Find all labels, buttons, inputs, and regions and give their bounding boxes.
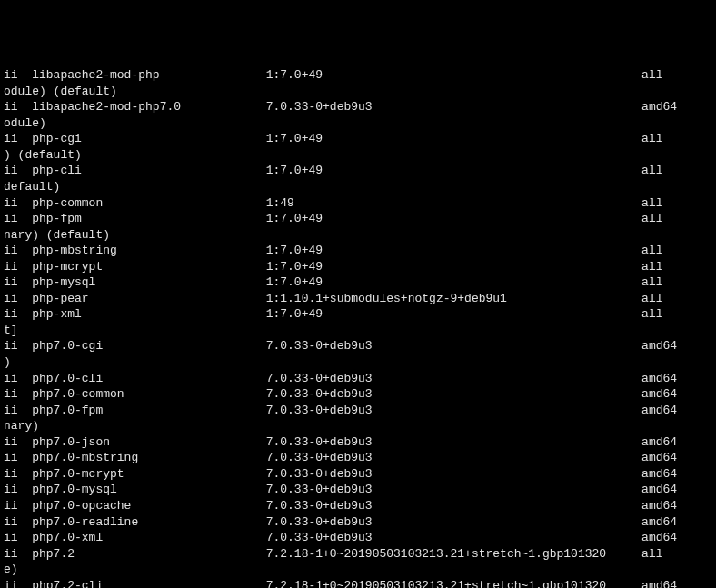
package-line: ii php7.0-fpm 7.0.33-0+deb9u3 amd64 xyxy=(4,403,716,419)
package-line: ii php7.0-cli 7.0.33-0+deb9u3 amd64 xyxy=(4,371,716,387)
package-line: ii php-xml 1:7.0+49 all xyxy=(4,306,716,323)
package-line: ii php7.0-readline 7.0.33-0+deb9u3 amd64 xyxy=(4,514,716,531)
package-line: ii php7.2-cli 7.2.18-1+0~20190503103213.… xyxy=(4,578,716,588)
package-line: ii php7.0-opcache 7.0.33-0+deb9u3 amd64 xyxy=(4,498,716,514)
package-line: nary) xyxy=(4,418,716,434)
package-line: ii php7.0-common 7.0.33-0+deb9u3 amd64 xyxy=(4,386,716,403)
package-line: e) xyxy=(4,562,716,578)
package-line: odule) xyxy=(4,115,716,132)
package-line: ii php7.0-mcrypt 7.0.33-0+deb9u3 amd64 xyxy=(4,466,716,483)
package-line: ii php7.0-mbstring 7.0.33-0+deb9u3 amd64 xyxy=(4,450,716,466)
package-line: ii libapache2-mod-php 1:7.0+49 all xyxy=(4,67,716,84)
package-line: ii php-mbstring 1:7.0+49 all xyxy=(4,243,716,259)
package-line: ii php7.0-json 7.0.33-0+deb9u3 amd64 xyxy=(4,434,716,451)
package-line: ii php-fpm 1:7.0+49 all xyxy=(4,211,716,227)
package-line: ii php7.2 7.2.18-1+0~20190503103213.21+s… xyxy=(4,546,716,563)
package-line: ii php7.0-mysql 7.0.33-0+deb9u3 amd64 xyxy=(4,482,716,498)
package-line: ii php-mysql 1:7.0+49 all xyxy=(4,274,716,291)
package-line: ) xyxy=(4,354,716,371)
package-line: ii php7.0-xml 7.0.33-0+deb9u3 amd64 xyxy=(4,530,716,546)
package-line: nary) (default) xyxy=(4,227,716,244)
package-line: ii php-cgi 1:7.0+49 all xyxy=(4,131,716,147)
package-line: default) xyxy=(4,179,716,195)
package-line: ii php-cli 1:7.0+49 all xyxy=(4,163,716,179)
terminal-output: ii libapache2-mod-php 1:7.0+49 allodule)… xyxy=(4,67,716,588)
package-line: ii php-mcrypt 1:7.0+49 all xyxy=(4,259,716,275)
package-line: ii libapache2-mod-php7.0 7.0.33-0+deb9u3… xyxy=(4,99,716,115)
package-line: t] xyxy=(4,323,716,339)
package-line: ii php-common 1:49 all xyxy=(4,195,716,212)
package-line: ) (default) xyxy=(4,147,716,164)
package-line: ii php-pear 1:1.10.1+submodules+notgz-9+… xyxy=(4,291,716,307)
package-line: odule) (default) xyxy=(4,84,716,100)
package-line: ii php7.0-cgi 7.0.33-0+deb9u3 amd64 xyxy=(4,338,716,354)
